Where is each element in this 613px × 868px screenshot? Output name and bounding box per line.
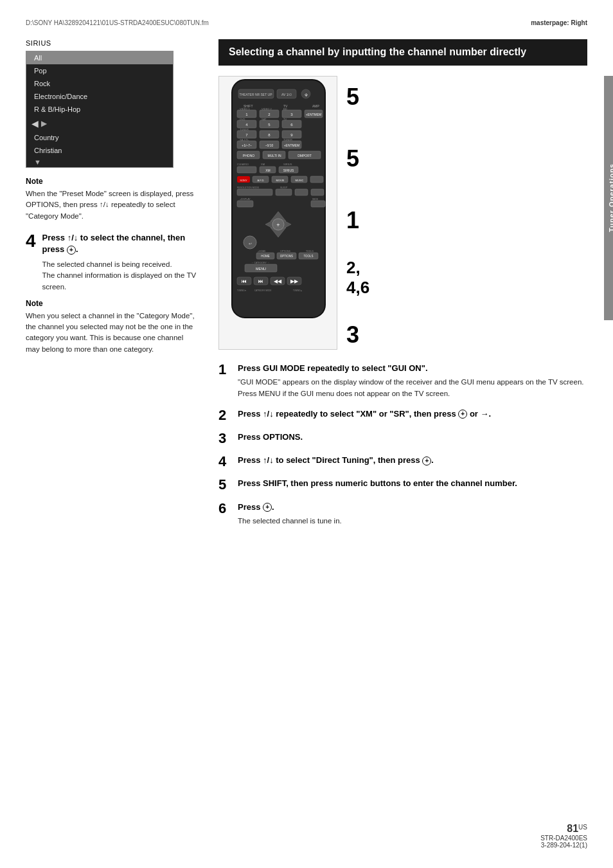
remote-step-5a: 5 [346, 86, 369, 109]
sirius-arrow-row: ◀ ▶ [26, 116, 173, 131]
svg-text:OPTIONS: OPTIONS [280, 250, 290, 253]
step2-heading: Press ↑/↓ repeatedly to select "XM" or "… [238, 408, 587, 420]
step4-right-heading: Press ↑/↓ to select "Direct Tuning", the… [238, 455, 587, 466]
step1-heading: Press GUI MODE repeatedly to select "GUI… [238, 363, 587, 374]
footer-model: STR-DA2400ES [540, 835, 587, 842]
svg-text:THEATER NR SET UP: THEATER NR SET UP [240, 93, 273, 96]
step4-body-1: The selected channel is being received. [42, 259, 199, 270]
step6-heading: Press +. [238, 502, 587, 513]
sirius-left-icon: ◀ [31, 118, 39, 129]
svg-text:TOOLS: TOOLS [306, 250, 314, 253]
svg-text:BD: BD [283, 107, 287, 111]
sirius-label: SIRIUS [26, 39, 199, 47]
step3-content: Press OPTIONS. [238, 431, 587, 446]
sirius-item-pop[interactable]: Pop [26, 64, 173, 77]
step4-right-content: Press ↑/↓ to select "Direct Tuning", the… [238, 455, 587, 469]
header-masterpage: masterpage: Right [531, 19, 587, 26]
left-column: SIRIUS All Pop Rock Electronic/Dance R &… [26, 39, 199, 536]
tuner-ops-tab: Tuner Operations [604, 76, 613, 320]
svg-text:DMPORT: DMPORT [298, 154, 312, 158]
remote-step-5b: 5 [346, 147, 369, 170]
svg-text:+ENTMEM: +ENTMEM [306, 113, 322, 116]
svg-text:SLEEP: SLEEP [280, 186, 288, 189]
svg-text:⏻: ⏻ [305, 93, 308, 96]
remote-step-3: 3 [346, 323, 369, 347]
step4-left: 4 Press ↑/↓ to select the channel, then … [26, 232, 199, 293]
svg-text:CLEAR10: CLEAR10 [237, 163, 249, 166]
svg-text:XM: XM [265, 168, 271, 172]
circle-symbol-1: + [67, 246, 76, 255]
svg-text:TUNER: TUNER [240, 128, 249, 131]
step3-number: 3 [218, 431, 238, 446]
svg-text:MUSIC: MUSIC [296, 179, 304, 182]
step6-right: 6 Press +. The selected channel is tune … [218, 502, 587, 527]
sirius-item-rock[interactable]: Rock [26, 77, 173, 90]
sirius-item-all[interactable]: All [26, 51, 173, 64]
step3-heading: Press OPTIONS. [238, 431, 587, 443]
step6-content: Press +. The selected channel is tune in… [238, 502, 587, 527]
step4-number: 4 [26, 232, 36, 250]
step2-right: 2 Press ↑/↓ repeatedly to select "XM" or… [218, 408, 587, 422]
sirius-item-more[interactable]: ▼ [26, 157, 173, 167]
svg-text:TUNER: TUNER [283, 138, 292, 141]
svg-text:–0/10: –0/10 [265, 143, 274, 147]
page-number-line: 81US [540, 823, 587, 835]
svg-text:OPTIONS: OPTIONS [280, 255, 293, 258]
circle-symbol-2: + [458, 410, 467, 419]
svg-text:SAT: SAT [262, 118, 267, 121]
svg-text:SIRIUS: SIRIUS [283, 168, 294, 172]
step1-right: 1 Press GUI MODE repeatedly to select "G… [218, 363, 587, 399]
step4-right: 4 Press ↑/↓ to select "Direct Tuning", t… [218, 455, 587, 469]
svg-text:MENU: MENU [256, 267, 266, 271]
svg-text:↩: ↩ [249, 242, 252, 246]
step6-number: 6 [218, 502, 238, 516]
svg-text:TV: TV [283, 118, 287, 121]
svg-text:CATRGORY MODE: CATRGORY MODE [254, 289, 272, 292]
svg-text:RESOLUTION MODE: RESOLUTION MODE [237, 186, 260, 189]
step5-right: 5 Press SHIFT, then press numeric button… [218, 478, 587, 492]
step1-body: "GUI MODE" appears on the display window… [238, 377, 587, 399]
section-heading: Selecting a channel by inputting the cha… [218, 39, 587, 66]
remote-step-2-4-6: 2,4,6 [346, 258, 369, 298]
svg-text:HOME: HOME [261, 255, 270, 258]
header: D:\SONY HA\3289204121\01US-STRDA2400ESUC… [26, 19, 587, 26]
svg-text:A.F.D.: A.F.D. [258, 179, 265, 182]
sirius-item-electronic[interactable]: Electronic/Dance [26, 90, 173, 103]
sirius-item-country[interactable]: Country [26, 131, 173, 144]
step4-body-2: The channel information is displayed on … [42, 270, 199, 293]
svg-text:SONY: SONY [240, 179, 247, 182]
remote-svg: THEATER NR SET UP AV 1/∅ ⏻ SHIFT TV AMP … [219, 77, 337, 321]
note-section-1: Note When the "Preset Mode" screen is di… [26, 177, 199, 222]
step3-right: 3 Press OPTIONS. [218, 431, 587, 446]
main-content: SIRIUS All Pop Rock Electronic/Dance R &… [26, 39, 587, 536]
step6-body: The selected channel is tune in. [238, 516, 587, 527]
svg-text:SIRIUS: SIRIUS [283, 163, 292, 166]
step5-content: Press SHIFT, then press numeric buttons … [238, 478, 587, 492]
sirius-right-icon: ▶ [41, 119, 47, 128]
step4-content: Press ↑/↓ to select the channel, then pr… [42, 232, 199, 293]
sirius-item-rb[interactable]: R & B/Hip-Hop [26, 103, 173, 116]
svg-text:TOOLS: TOOLS [303, 255, 313, 258]
svg-rect-77 [311, 201, 325, 207]
note-text-2: When you select a channel in the "Catego… [26, 311, 199, 355]
svg-text:SA-CTL: SA-CTL [240, 138, 249, 141]
note-text-1: When the "Preset Mode" screen is display… [26, 188, 199, 222]
step5-heading: Press SHIFT, then press numeric buttons … [238, 478, 587, 489]
svg-text:+: + [276, 222, 280, 228]
step4-heading: Press ↑/↓ to select the channel, then pr… [42, 232, 199, 255]
svg-rect-67 [310, 176, 323, 183]
svg-text:▶▶: ▶▶ [290, 278, 299, 284]
sirius-item-christian[interactable]: Christian [26, 144, 173, 157]
svg-text:TUNING▲: TUNING▲ [293, 289, 302, 292]
svg-text:MOVIE: MOVIE [276, 179, 285, 182]
svg-text:+ENTMEM: +ENTMEM [284, 143, 300, 147]
svg-text:AMP: AMP [312, 104, 320, 108]
step5-number: 5 [218, 478, 238, 492]
svg-text:← CATEGORY →: ← CATEGORY → [251, 262, 269, 264]
step4-right-number: 4 [218, 455, 238, 469]
note-title-1: Note [26, 177, 199, 186]
svg-rect-76 [237, 201, 253, 207]
footer: 81US STR-DA2400ES 3-289-204-12(1) [540, 823, 587, 849]
sirius-screen: All Pop Rock Electronic/Dance R & B/Hip-… [26, 51, 173, 168]
svg-text:DVD: DVD [240, 118, 245, 121]
